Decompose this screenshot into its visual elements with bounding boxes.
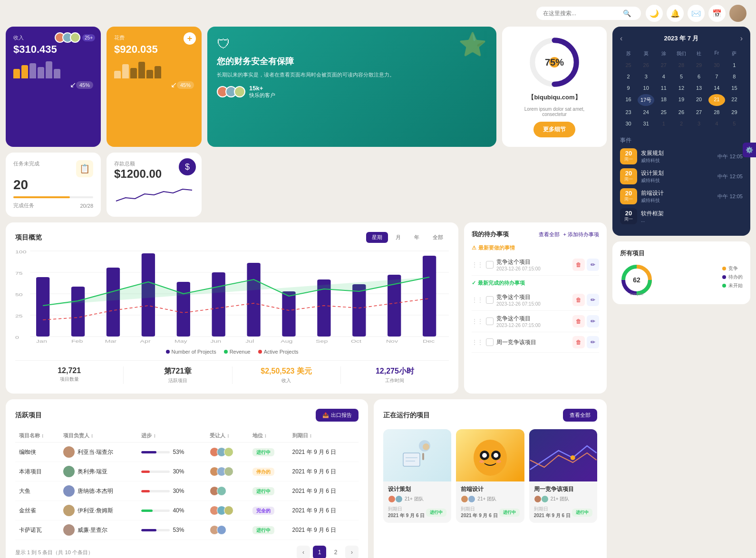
settings-btn[interactable]: ⚙️ (743, 143, 756, 157)
cal-day-28b[interactable]: 28 (708, 107, 725, 117)
period-tab-month[interactable]: 月 (390, 232, 407, 243)
add-todo-btn[interactable]: + 添加待办事项 (563, 231, 599, 238)
cal-day-13[interactable]: 13 (691, 83, 708, 93)
cal-day-1[interactable]: 1 (726, 60, 743, 70)
cal-day-25b[interactable]: 25 (655, 107, 672, 117)
todo-checkbox-1[interactable] (486, 296, 494, 304)
col-progress[interactable]: 进步 ↕ (137, 429, 206, 443)
col-name[interactable]: 项目名称 ↕ (15, 429, 59, 443)
edit-todo-0[interactable]: ✏ (587, 259, 599, 271)
cal-day-16[interactable]: 16 (620, 94, 637, 106)
row-status-0: 进行中 (249, 443, 289, 462)
cal-day-1c[interactable]: 1 (655, 118, 672, 129)
page-2-btn[interactable]: 2 (329, 546, 342, 558)
period-tab-week[interactable]: 星期 (366, 232, 388, 243)
project-mini-cards: 设计策划 21+ 团队 到期日 2021 年 9 月 6 日 (383, 429, 597, 523)
cal-day-19[interactable]: 19 (673, 94, 689, 106)
event-weekday-1: 周一 (622, 176, 635, 183)
cal-day-7[interactable]: 7 (708, 71, 725, 82)
drag-handle-3[interactable]: ⋮⋮ (472, 339, 483, 346)
cal-day-9[interactable]: 9 (620, 83, 637, 93)
cal-day-2[interactable]: 2 (620, 71, 637, 82)
cal-day-22[interactable]: 22 (726, 94, 743, 106)
add-expense-btn[interactable]: + (184, 32, 196, 45)
delete-todo-0[interactable]: 🗑 (572, 259, 585, 271)
edit-todo-2[interactable]: ✏ (587, 315, 599, 327)
cal-day-18[interactable]: 18 (655, 94, 672, 106)
delete-todo-1[interactable]: 🗑 (572, 294, 585, 306)
col-due[interactable]: 到期日 ↕ (289, 429, 359, 443)
cal-day-28a[interactable]: 28 (673, 60, 689, 70)
row-date-2: 2021 年 9 月 6 日 (289, 481, 359, 501)
left-panel: 收入 25+ $310.435 ↙ (6, 27, 607, 558)
delete-todo-2[interactable]: 🗑 (572, 315, 585, 327)
cal-day-6[interactable]: 6 (691, 71, 708, 82)
cal-day-26b[interactable]: 26 (673, 107, 689, 117)
cal-day-30a[interactable]: 30 (708, 60, 725, 70)
cal-day-27b[interactable]: 27 (691, 107, 708, 117)
cal-day-4[interactable]: 4 (655, 71, 672, 82)
calendar-btn[interactable]: 📅 (708, 5, 726, 22)
todo-checkbox-2[interactable] (486, 317, 494, 325)
cal-day-26a[interactable]: 26 (638, 60, 654, 70)
next-page-btn[interactable]: › (345, 546, 359, 558)
cal-day-3[interactable]: 3 (638, 71, 654, 82)
chart-header: 项目概览 星期 月 年 全部 (15, 232, 449, 243)
cal-day-5[interactable]: 5 (673, 71, 689, 82)
prev-month-btn[interactable]: ‹ (620, 34, 622, 43)
legend-compete: 竞争 (722, 265, 743, 272)
cal-day-2c[interactable]: 2 (673, 118, 689, 129)
col-assignee[interactable]: 受让人 ↕ (206, 429, 248, 443)
todo-checkbox-0[interactable] (486, 261, 494, 269)
project-chart: 100 75 50 25 0 (15, 249, 449, 344)
period-tab-year[interactable]: 年 (408, 232, 425, 243)
cal-day-15[interactable]: 15 (726, 83, 743, 93)
cal-day-30b[interactable]: 30 (620, 118, 637, 129)
drag-handle-0[interactable]: ⋮⋮ (472, 261, 483, 268)
todo-checkbox-3[interactable] (486, 338, 494, 346)
export-report-btn[interactable]: 📤 出口报告 (316, 409, 359, 422)
edit-todo-1[interactable]: ✏ (587, 294, 599, 306)
cal-day-29a[interactable]: 29 (691, 60, 708, 70)
mid-row: 项目概览 星期 月 年 全部 100 75 50 25 0 (6, 222, 607, 394)
drag-handle-1[interactable]: ⋮⋮ (472, 297, 483, 303)
view-all-btn[interactable]: 查看全部 (539, 231, 560, 238)
prev-page-btn[interactable]: ‹ (297, 546, 310, 558)
next-month-btn[interactable]: › (740, 34, 743, 43)
user-avatar[interactable] (729, 5, 746, 22)
notifications-btn[interactable]: 🔔 (667, 5, 684, 22)
cal-day-10[interactable]: 10 (638, 83, 654, 93)
edit-todo-3[interactable]: ✏ (587, 336, 599, 348)
svg-text:Nov: Nov (386, 339, 398, 344)
page-1-btn[interactable]: 1 (313, 546, 326, 558)
cal-day-25a[interactable]: 25 (620, 60, 637, 70)
cal-day-31[interactable]: 31 (638, 118, 654, 129)
percentage-donut: ✓ 75% (528, 36, 581, 88)
event-info-2: 前端设计 威特科技 (641, 189, 714, 204)
cal-day-11[interactable]: 11 (655, 83, 672, 93)
cal-day-3c[interactable]: 3 (691, 118, 708, 129)
period-tab-all[interactable]: 全部 (427, 232, 449, 243)
cal-day-12[interactable]: 12 (673, 83, 689, 93)
view-all-running-btn[interactable]: 查看全部 (563, 409, 597, 422)
cal-day-27a[interactable]: 27 (655, 60, 672, 70)
detail-button[interactable]: 更多细节 (533, 122, 575, 137)
cal-day-17[interactable]: 17号 (638, 94, 654, 106)
cal-day-23[interactable]: 23 (620, 107, 637, 117)
cal-day-4c[interactable]: 4 (708, 118, 725, 129)
theme-toggle-btn[interactable]: 🌙 (646, 5, 663, 22)
cal-day-21[interactable]: 21 (708, 94, 725, 106)
cal-day-8[interactable]: 8 (726, 71, 743, 82)
cal-day-24[interactable]: 24 (638, 107, 654, 117)
col-status[interactable]: 地位 ↕ (249, 429, 289, 443)
delete-todo-3[interactable]: 🗑 (572, 336, 585, 348)
cal-day-14[interactable]: 14 (708, 83, 725, 93)
drag-handle-2[interactable]: ⋮⋮ (472, 318, 483, 325)
cal-day-29b[interactable]: 29 (726, 107, 743, 117)
col-manager[interactable]: 项目负责人 ↕ (59, 429, 137, 443)
mail-btn[interactable]: ✉️ (688, 5, 705, 22)
cal-day-20[interactable]: 20 (691, 94, 708, 106)
search-input[interactable] (543, 10, 619, 17)
cal-day-5c[interactable]: 5 (726, 118, 743, 129)
search-bar[interactable]: 🔍 (536, 7, 641, 20)
